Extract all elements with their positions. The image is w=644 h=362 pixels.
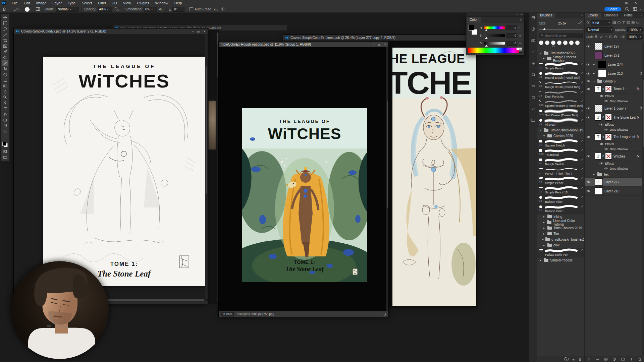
color-value-B[interactable]: 0 [506, 41, 517, 46]
brush-picker-chevron[interactable]: ▾ [30, 8, 31, 11]
delete-brush-icon[interactable] [578, 356, 582, 362]
sketch-restore-button[interactable]: ▭ [197, 30, 200, 33]
color-slider-H[interactable] [484, 26, 505, 29]
collapsed-panel-icon-1[interactable] [529, 12, 537, 23]
recent-brush-3[interactable]: 15 [551, 41, 555, 48]
layer-thumbnail[interactable] [595, 52, 603, 59]
menu-layer[interactable]: Layer [49, 1, 65, 5]
lock-option-icon-2[interactable] [600, 34, 603, 40]
brush-item[interactable]: 30 Rough Sketch [537, 158, 585, 167]
brush-item[interactable]: 45 Round Brush (Pencil Tool) [537, 71, 585, 80]
screen-mode-icon[interactable] [2, 155, 8, 160]
brush-folder[interactable]: ▾ Simple Process Brushes [537, 56, 585, 62]
visibility-toggle[interactable] [585, 60, 592, 69]
layer-row[interactable]: Layer 271 [585, 51, 644, 60]
layer-row[interactable]: Layer 274 [585, 60, 644, 69]
clone-stamp-tool[interactable] [2, 66, 8, 72]
brush-from-stroke-icon[interactable] [578, 20, 583, 26]
lock-option-icon-3[interactable] [604, 34, 608, 40]
brushes-panel-menu-icon[interactable]: ≡ [581, 14, 583, 17]
lasso-tool[interactable] [2, 26, 8, 32]
text-layer-row[interactable]: T 8 Witches fx⌃ [585, 152, 644, 161]
recent-brush-6[interactable] [569, 41, 574, 45]
recent-brush-1[interactable] [539, 41, 543, 45]
sketch-canvas[interactable]: THE LEAGUE OF WiTCHES [14, 34, 208, 304]
sketch-vscrollbar[interactable] [205, 34, 208, 299]
menu-view[interactable]: View [120, 1, 134, 5]
collapsed-panel-icon-3[interactable] [529, 35, 537, 46]
layer-row[interactable]: Layer 218 [585, 187, 644, 196]
layers-scrollbar[interactable] [642, 43, 644, 356]
collapsed-panel-icon-9[interactable] [529, 103, 537, 115]
brush-folder[interactable]: ▸ Tim [537, 231, 585, 237]
visibility-toggle[interactable] [585, 42, 592, 51]
menu-image[interactable]: Image [33, 1, 50, 5]
brush-item[interactable]: 100 Thumbnail [537, 148, 585, 158]
add-mask-icon[interactable] [604, 356, 608, 362]
visibility-toggle[interactable] [585, 69, 592, 78]
symmetry-icon[interactable] [220, 7, 225, 12]
app-close-button[interactable]: ✕ [632, 1, 639, 5]
dropshadow-row[interactable]: Drop Shadow [585, 166, 644, 171]
tab-paths[interactable]: Paths [621, 12, 636, 18]
brush-item[interactable]: 15 Balloon Inker [537, 195, 585, 204]
healing-brush-tool[interactable] [2, 55, 8, 60]
layer-thumbnail[interactable] [598, 70, 606, 77]
dodge-tool[interactable] [2, 95, 8, 100]
tab-brushes[interactable]: Brushes [537, 12, 555, 18]
text-layer-row[interactable]: T 8 The League of fx⌃ [585, 132, 644, 141]
brush-folder[interactable]: ▾ Tim-brushes-Nov2019 [537, 127, 585, 133]
layer-row[interactable]: Layer 197 [585, 42, 644, 51]
layer-mask-thumbnail[interactable] [605, 133, 612, 140]
layer-thumbnail[interactable] [598, 61, 606, 68]
brush-item[interactable]: 14 Dust Particles [537, 90, 585, 99]
text-layer-row[interactable]: T 8 The Stone Leaf fx⌃ [585, 113, 644, 122]
visibility-toggle[interactable] [585, 178, 592, 186]
share-button[interactable]: Share [604, 7, 622, 11]
path-select-tool[interactable] [2, 112, 8, 117]
new-group-icon[interactable] [621, 356, 625, 362]
color-spectrum-ramp[interactable] [468, 48, 522, 53]
layer-thumbnail[interactable] [595, 105, 603, 112]
rotate-view-tool[interactable] [2, 123, 8, 129]
color-panel-menu-icon[interactable]: ≡ [520, 18, 522, 21]
group-row[interactable]: ▸ Tex [585, 171, 644, 178]
pen-tool[interactable] [2, 100, 8, 106]
color-value-S[interactable]: 0 [506, 33, 517, 38]
rough-canvas[interactable]: THE LEAGUE OF WiTCHES TOME 1: The Stone … [219, 47, 388, 311]
menu-help[interactable]: Help [171, 1, 185, 5]
visibility-toggle[interactable] [585, 78, 592, 84]
layer-mask-thumbnail[interactable] [605, 153, 612, 160]
layers-panel-menu-icon[interactable]: ≡ [641, 14, 642, 17]
type-layer-thumbnail[interactable]: T [595, 153, 601, 160]
layer-filter-icon-3[interactable] [622, 20, 626, 26]
menu-3d[interactable]: 3D [109, 1, 120, 5]
app-minimize-button[interactable]: – [613, 1, 621, 5]
visibility-toggle[interactable] [585, 187, 592, 195]
tab-layers[interactable]: Layers [585, 12, 601, 18]
tab-channels[interactable]: Channels [601, 12, 621, 18]
brush-item[interactable]: 10 Square Sketch [537, 139, 585, 148]
brush-folder[interactable]: ▸ Tims Choices 2019 [537, 225, 585, 231]
link-layers-icon[interactable] [587, 356, 591, 362]
brush-folder[interactable]: ▸ c0w [537, 242, 585, 248]
mode-select[interactable]: Normal▾ [56, 7, 79, 12]
menu-edit[interactable]: Edit [21, 1, 33, 5]
lines-minimize-button[interactable]: – [461, 36, 463, 40]
collapsed-panel-icon-7[interactable] [529, 80, 537, 92]
menu-window[interactable]: Window [152, 1, 171, 5]
collapsed-panel-icon-5[interactable] [529, 58, 537, 69]
effects-row[interactable]: Effects [585, 122, 644, 127]
menu-file[interactable]: File [9, 1, 21, 5]
brush-size-slider[interactable] [539, 27, 583, 32]
search-icon[interactable] [625, 7, 629, 12]
type-layer-thumbnail[interactable]: T [595, 114, 601, 121]
type-layer-thumbnail[interactable]: T [595, 85, 601, 92]
color-value-H[interactable]: 0 [506, 25, 517, 30]
brush-item[interactable]: 10 Simple Pencil [537, 176, 585, 186]
visibility-toggle[interactable] [585, 84, 592, 93]
sketch-document-titlebar[interactable]: Ps Covers-SimpleColorEx.psb @ 14.2% (Lay… [14, 28, 208, 35]
frame-tool[interactable] [2, 43, 8, 49]
magic-wand-tool[interactable] [2, 32, 8, 38]
opacity-field[interactable]: 40%▾ [98, 7, 112, 12]
